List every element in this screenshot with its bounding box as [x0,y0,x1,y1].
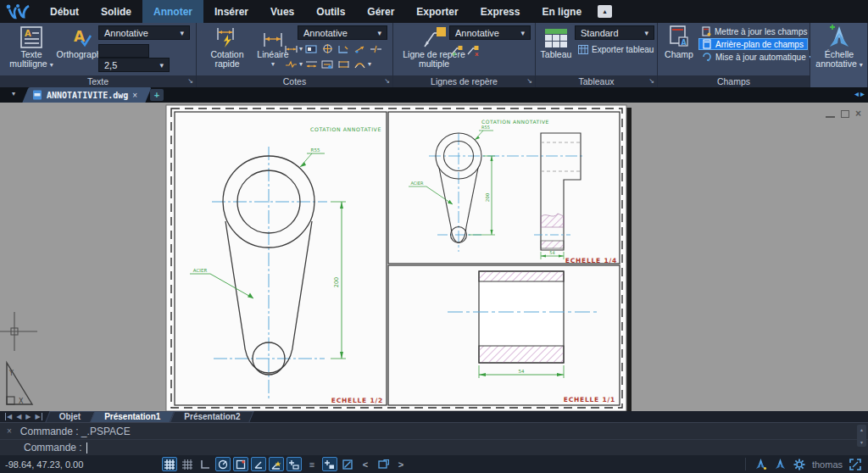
grid-toggle-icon[interactable] [180,457,195,471]
scroll-up-icon[interactable]: ▴ [860,426,863,432]
dialog-launcher-icon[interactable]: ↘ [648,76,654,86]
export-table-button[interactable]: Exporter tableau [575,43,657,55]
layout-nav: ◀ ◀ ▶ ▶ [0,411,47,422]
text-style-dropdown[interactable]: Annotative ▾ [98,25,190,40]
dim-update-icon[interactable] [320,58,335,70]
dim-baseline-icon[interactable] [283,42,298,55]
fullscreen-icon[interactable] [849,459,861,470]
polar-toggle-icon[interactable] [215,457,231,471]
update-fields-label: Mettre à jour les champs [715,27,808,36]
user-name[interactable]: thomas [812,459,843,470]
snap-toggle-icon[interactable] [162,457,177,471]
otrack-toggle-icon[interactable] [269,457,284,471]
menu-item-inserer[interactable]: Insérer [203,0,259,23]
auto-update-label: Mise à jour automatique [715,53,806,62]
dim-space-icon[interactable] [336,58,351,70]
gear-icon[interactable] [793,459,805,470]
dim-tolerance-icon[interactable] [303,42,319,55]
menu-item-gerer[interactable]: Gérer [356,0,405,23]
first-layout-icon[interactable]: ◀ [5,413,12,420]
new-tab-button[interactable]: + [150,89,164,101]
tab-scroll-right-icon[interactable]: ▸ [860,89,865,98]
menu-item-annoter[interactable]: Annoter [142,0,203,23]
lineweight-toggle-icon[interactable]: ≡ [304,457,320,471]
dim-inspect-icon[interactable] [352,42,367,55]
dim-arc-icon[interactable] [352,58,367,70]
last-layout-icon[interactable]: ▶ [35,413,42,420]
tab-list-dropdown-icon[interactable]: ▾ [12,90,15,97]
table-style-dropdown[interactable]: Standard ▾ [575,25,654,40]
prev-layout-icon[interactable]: ◀ [16,413,21,420]
tab-scroll-left-icon[interactable]: ◂ [854,89,859,98]
menu-item-debut[interactable]: Début [39,0,90,23]
dim-style-dropdown[interactable]: Annotative ▾ [298,25,387,40]
menu-item-express[interactable]: Express [470,0,531,23]
annotation-monitor-icon[interactable] [340,457,355,471]
layout-tab-presentation1[interactable]: Présentation1 [92,411,172,422]
field-background-button[interactable]: Arrière-plan de champs [698,38,808,50]
next-viewport-icon[interactable]: > [393,457,409,471]
menu-item-exporter[interactable]: Exporter [405,0,469,23]
remove-leader-icon[interactable]: x [465,44,481,57]
restore-icon[interactable] [841,110,849,118]
close-command-icon[interactable]: × [7,426,12,436]
chevron-down-icon[interactable]: ▾ [368,60,371,68]
panel-tableaux: Tableau Standard ▾ Exporter tableau Tabl… [536,23,658,87]
minimize-icon[interactable] [826,110,835,118]
find-text-input[interactable] [98,44,149,58]
close-icon[interactable]: × [855,109,861,118]
coordinates-display[interactable]: -98.64, 47.23, 0.00 [5,459,162,470]
add-leader-icon[interactable]: + [449,44,465,57]
panel-caption-champs: Champs [658,75,810,87]
app-logo-icon[interactable] [0,0,39,23]
annotation-visibility-icon[interactable] [754,458,767,470]
menu-item-solide[interactable]: Solide [90,0,142,23]
center-mark-icon[interactable] [320,42,335,55]
auto-update-button[interactable]: Mise à jour automatique ▾ [698,51,816,63]
text-height-dropdown[interactable]: 2,5 ▾ [98,58,170,72]
update-fields-button[interactable]: Mettre à jour les champs [698,25,811,37]
field-button[interactable]: A Champ [663,25,695,59]
scroll-down-icon[interactable]: ▾ [860,439,863,445]
menu-item-vues[interactable]: Vues [259,0,305,23]
annotative-scale-button[interactable]: Échelle annotative ▾ [812,25,866,70]
quick-properties-toggle-icon[interactable] [322,457,337,471]
dim-jogged-icon[interactable] [283,58,298,70]
crosshair-cursor [0,312,37,351]
layout-switch-icon[interactable] [376,457,391,471]
dim-angular-icon[interactable] [336,42,351,55]
dialog-launcher-icon[interactable]: ↘ [526,76,532,86]
angle-snap-toggle-icon[interactable] [251,457,266,471]
command-prompt-row[interactable]: Commande : [0,439,868,455]
chevron-down-icon: ▾ [860,61,863,69]
dialog-launcher-icon[interactable]: ↘ [384,76,390,86]
ortho-toggle-icon[interactable] [198,457,213,471]
dim-break-icon[interactable] [368,42,383,55]
chevron-down-icon[interactable]: ▾ [299,45,303,53]
dynamic-input-toggle-icon[interactable] [287,457,302,471]
command-scrollbar[interactable]: ▴ ▾ [857,425,866,447]
menu-item-enligne[interactable]: En ligne [531,0,593,23]
layout-tab-presentation2[interactable]: Présentation2 [172,411,252,422]
ribbon-collapse-button[interactable]: ▴ [598,5,612,18]
document-tab-active[interactable]: ANNOTATIVITE.dwg × [25,87,148,103]
find-text-field[interactable] [98,42,164,55]
annotation-autoscale-icon[interactable] [774,458,787,470]
drawing-canvas[interactable]: COTATION ANNOTATIVE R55 ACIER 200 ECHELL… [0,103,868,411]
dialog-launcher-icon[interactable]: ↘ [187,76,193,86]
mleader-style-dropdown[interactable]: Annotative ▾ [449,25,531,40]
quick-dimension-button[interactable]: Cotation rapide [203,25,251,69]
table-button[interactable]: Tableau [539,25,573,59]
osnap-toggle-icon[interactable] [233,457,248,471]
prev-viewport-icon[interactable]: < [358,457,373,471]
next-layout-icon[interactable]: ▶ [25,413,31,420]
menu-item-outils[interactable]: Outils [305,0,356,23]
close-icon[interactable]: × [132,91,137,100]
layout-tab-objet[interactable]: Objet [47,411,93,422]
chevron-down-icon[interactable]: ▾ [299,60,303,68]
dim-continue-icon[interactable] [303,58,319,70]
dim-54-label: 54 [519,369,525,374]
linear-dimension-icon [261,25,285,48]
mtext-button[interactable]: A Texte multiligne ▾ [7,25,56,70]
panel-texte: A Texte multiligne ▾ A Orthographe [0,23,197,87]
